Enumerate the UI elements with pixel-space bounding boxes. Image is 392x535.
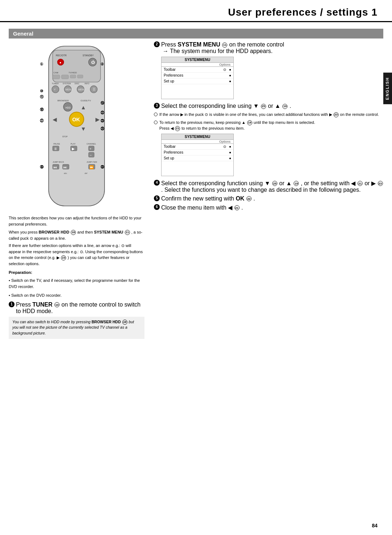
sys-menu-row: Preferences● [162, 73, 233, 78]
svg-text:TV/HDD: TV/HDD [69, 72, 77, 74]
step-6: 6 Close the menu item with ◀ 21 . [154, 204, 383, 211]
step-5-text: Confirm the new setting with OK 22 . [161, 195, 383, 202]
browser-intro: When you press BROWSER HDD 18 and then S… [9, 229, 144, 241]
remote-control-image: REC/OTR STANDBY ⏻ ● CAM TV/HDD TUNER [37, 42, 117, 211]
step-6-number: 6 [154, 204, 160, 210]
bullet-icon [154, 121, 158, 124]
svg-text:abc: abc [64, 172, 67, 174]
svg-text:⏭: ⏭ [64, 165, 67, 169]
description-text: This section describes how you can adjus… [9, 215, 144, 227]
svg-text:①: ① [40, 62, 43, 66]
svg-text:JUMP BACK: JUMP BACK [53, 161, 64, 163]
svg-text:def: def [85, 172, 87, 174]
svg-text:㉚: ㉚ [40, 165, 44, 169]
svg-rect-11 [61, 75, 69, 79]
svg-text:☰: ☰ [93, 88, 95, 91]
svg-text:●: ● [60, 61, 61, 64]
svg-text:JUMP FWD: JUMP FWD [86, 161, 97, 163]
svg-text:⑲: ⑲ [101, 101, 105, 105]
svg-text:②: ② [101, 62, 104, 66]
svg-text:HDD: HDD [65, 106, 71, 109]
svg-text:−: − [90, 153, 92, 157]
svg-text:BROWSER: BROWSER [57, 100, 69, 102]
step-2-text: Press SYSTEM MENU 11 on the remote contr… [161, 41, 383, 54]
svg-text:STOP: STOP [62, 135, 68, 138]
svg-text:㉝: ㉝ [101, 165, 105, 169]
sys-menu-1-options: Options [162, 63, 233, 67]
svg-rect-10 [53, 75, 60, 79]
step-3-bullet-1: If the arrow ▶ in the puck ⊙ is visible … [154, 112, 383, 118]
prep-item1: • Switch on the TV, and if necessary, se… [9, 277, 144, 289]
sys-menu-2-options: Options [162, 140, 233, 144]
step-3-text: Select the corresponding line using ▼ 25… [161, 103, 383, 109]
svg-text:▼: ▼ [81, 126, 86, 132]
system-menu-2: SYSTEMMENU Options Toolbar⊙ ● Preference… [161, 134, 234, 176]
step-3-number: 3 [154, 103, 160, 109]
svg-text:SYSTEM: SYSTEM [63, 82, 71, 85]
svg-text:INFO: INFO [85, 82, 90, 85]
svg-text:▶: ▶ [95, 116, 100, 122]
svg-rect-13 [77, 75, 83, 78]
sys-menu-1-title: SYSTEMMENU [162, 57, 233, 63]
step-1: 1 Press TUNER 10 on the remote control t… [9, 301, 144, 315]
svg-text:⏻: ⏻ [91, 60, 95, 64]
bullet-2-text: To return to the previous menu, keep pre… [159, 119, 315, 131]
svg-text:DISC: DISC [75, 82, 79, 85]
svg-text:▶: ▶ [72, 147, 75, 151]
step-1-number: 1 [9, 301, 15, 307]
step-6-text: Close the menu item with ◀ 21 . [161, 204, 383, 211]
svg-text:PAUSE: PAUSE [53, 143, 60, 145]
sys-menu-row: Set up● [162, 155, 233, 161]
svg-text:CHANNEL: CHANNEL [86, 143, 96, 145]
svg-text:+: + [89, 147, 91, 151]
page-title: User preferences / settings 1 [15, 7, 377, 18]
svg-text:Y: Y [54, 88, 56, 91]
prep-item2: • Switch on the DVD recorder. [9, 292, 144, 299]
svg-text:STANDBY: STANDBY [83, 54, 94, 57]
svg-text:GUIDE/TV: GUIDE/TV [81, 100, 91, 102]
step-2-number: 2 [154, 41, 160, 47]
sys-menu-row: Preferences● [162, 150, 233, 155]
step-5: 5 Confirm the new setting with OK 22 . [154, 195, 383, 202]
step-3-bullet-2: To return to the previous menu, keep pre… [154, 119, 383, 131]
preparation-title: Preparation: [9, 270, 144, 275]
svg-text:⏩: ⏩ [89, 165, 94, 170]
step-4-text: Select the corresponding function using … [161, 180, 383, 193]
svg-text:⑪: ⑪ [40, 95, 44, 99]
svg-text:TUNER: TUNER [52, 82, 59, 85]
svg-text:OK: OK [72, 117, 80, 122]
svg-text:◀: ◀ [53, 116, 57, 122]
svg-text:⑱: ⑱ [40, 108, 44, 112]
svg-rect-12 [70, 75, 75, 78]
page-header: User preferences / settings 1 [0, 0, 392, 22]
step-2: 2 Press SYSTEM MENU 11 on the remote con… [154, 41, 383, 54]
sys-menu-row: Set up● [162, 78, 233, 84]
svg-text:MENU: MENU [78, 88, 85, 91]
italic-note: You can also switch to HDD mode by press… [9, 317, 144, 339]
language-tab: ENGLISH [383, 73, 392, 104]
svg-text:㉑: ㉑ [40, 118, 44, 123]
section-header: General [9, 29, 383, 38]
step-5-number: 5 [154, 195, 160, 201]
step-1-text: Press TUNER 10 on the remote control to … [16, 301, 144, 315]
sys-menu-row: Toolbar⊙ ● [162, 67, 233, 73]
system-menu-1: SYSTEMMENU Options Toolbar⊙ ● Preference… [161, 57, 234, 99]
svg-text:⏸: ⏸ [54, 147, 57, 151]
svg-text:MENU: MENU [65, 88, 73, 91]
svg-text:㉕: ㉕ [101, 126, 105, 131]
sys-menu-row: Toolbar⊙ ● [162, 144, 233, 150]
svg-text:▲: ▲ [81, 104, 86, 110]
step-4: 4 Select the corresponding function usin… [154, 180, 383, 193]
svg-text:⑩: ⑩ [40, 89, 43, 93]
right-column: 2 Press SYSTEM MENU 11 on the remote con… [150, 38, 383, 339]
left-column: REC/OTR STANDBY ⏻ ● CAM TV/HDD TUNER [9, 38, 150, 339]
svg-text:㉓: ㉓ [101, 119, 105, 123]
svg-text:REC/OTR: REC/OTR [56, 54, 67, 57]
svg-text:CAM: CAM [53, 72, 58, 74]
bullet-1-text: If the arrow ▶ in the puck ⊙ is visible … [159, 112, 379, 118]
step-3: 3 Select the corresponding line using ▼ … [154, 103, 383, 109]
bullet-icon [154, 113, 158, 116]
svg-text:PLAY: PLAY [71, 143, 76, 145]
svg-text:⏮: ⏮ [53, 165, 57, 169]
svg-text:㉒: ㉒ [101, 110, 105, 115]
